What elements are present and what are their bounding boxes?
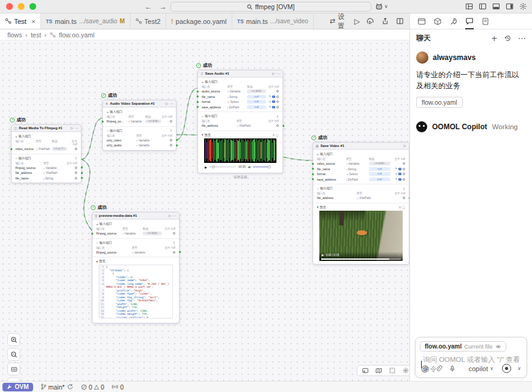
video-progress[interactable]	[321, 258, 401, 260]
port-settings-icon[interactable]	[403, 168, 405, 170]
preview-menu-icon[interactable]: ≡	[398, 205, 401, 209]
settings-gear-icon[interactable]	[519, 2, 527, 10]
port-dot[interactable]	[102, 121, 104, 123]
customize-layout-icon[interactable]	[465, 2, 473, 10]
port-dot[interactable]	[312, 168, 314, 170]
port-actions[interactable]	[381, 197, 405, 199]
port-actions[interactable]	[60, 177, 77, 179]
nullable-checkbox[interactable]: ✓	[398, 173, 401, 175]
forward-icon[interactable]: →	[159, 2, 167, 11]
seek-knob[interactable]	[212, 165, 215, 168]
edge[interactable]	[82, 118, 102, 159]
video-preview[interactable]: ▶ 0:00 / 0:15 ⋮	[319, 211, 403, 261]
port-row[interactable]: save_address▸DirPathnull✎✓	[202, 105, 279, 110]
mic-icon[interactable]	[449, 365, 456, 372]
node-more-icon[interactable]: ⋯	[75, 126, 79, 130]
collapse-icon[interactable]: ▾	[202, 133, 203, 137]
forwarded-ports[interactable]: 0	[112, 383, 124, 391]
port-actions[interactable]: ✎✓	[390, 173, 406, 176]
nullable-checkbox[interactable]: ✓	[398, 178, 401, 181]
port-row[interactable]: file_address▢FilePath	[15, 170, 77, 176]
port-settings-icon[interactable]	[276, 90, 279, 92]
port-settings-icon[interactable]	[170, 144, 172, 146]
toggle-sidebar-icon[interactable]	[479, 2, 487, 10]
node-header[interactable]: ♫ Save Audio #1 ▷⋯	[198, 70, 283, 77]
split-editor-icon[interactable]	[396, 17, 404, 25]
port-actions[interactable]	[154, 144, 172, 146]
edit-icon[interactable]: ✎	[269, 95, 272, 98]
port-dot[interactable]	[197, 96, 199, 97]
port-value[interactable]: <已选择>	[145, 119, 161, 123]
port-value[interactable]: null	[247, 100, 265, 104]
volume-icon[interactable]	[248, 165, 251, 169]
seek-slider[interactable]	[209, 167, 236, 168]
rerun-icon[interactable]	[367, 17, 374, 25]
eye-icon[interactable]	[495, 344, 501, 350]
port-dot[interactable]	[81, 172, 83, 174]
window-controls[interactable]	[6, 3, 36, 10]
chat-input-box[interactable]: flow.oo.yaml Current file 询问 OOMOL 或者输入 …	[415, 337, 527, 378]
play-icon[interactable]: ▶	[205, 165, 207, 169]
port-dot[interactable]	[312, 173, 314, 175]
port-row[interactable]: audio_source∞Variable<已选择>	[202, 89, 279, 94]
git-branch[interactable]: main*	[40, 383, 74, 391]
port-dot[interactable]	[176, 145, 178, 146]
port-settings-icon[interactable]	[170, 120, 172, 123]
port-row[interactable]: file_address▢FilePath	[317, 195, 405, 201]
port-row[interactable]: file_address▢FilePath	[202, 123, 279, 129]
node-save-audio[interactable]: ✓成功 ♫ Save Audio #1 ▷⋯ +输入端口 端口名类型数据允许 n…	[197, 70, 283, 173]
port-value[interactable]: <已设置>	[52, 147, 67, 151]
port-row[interactable]: format≔Selectnull✎✓	[317, 172, 405, 177]
chat-more-icon[interactable]: ⋯	[518, 34, 526, 43]
port-row[interactable]: ffmpeg_source∞Variable	[96, 250, 175, 255]
node-header[interactable]: ▤ Save Video #1 ▷	[313, 143, 409, 149]
volume-knob[interactable]	[268, 165, 271, 168]
port-settings-icon[interactable]	[403, 173, 405, 175]
port-dot[interactable]	[312, 178, 314, 180]
breadcrumb-flows[interactable]: flows	[7, 31, 22, 39]
port-actions[interactable]	[154, 251, 175, 254]
port-dot[interactable]	[81, 177, 83, 179]
send-button[interactable]	[502, 364, 511, 373]
toggle-secondary-sidebar-icon[interactable]	[506, 2, 514, 10]
port-row[interactable]: save_address▸DirPathnull✎✓	[317, 177, 405, 183]
problems-indicator[interactable]: 0 △ 0	[81, 383, 104, 391]
attachment-chip[interactable]: flow.oo.yaml	[416, 97, 463, 108]
port-row[interactable]: only_audio∞Variable	[107, 143, 172, 148]
edge[interactable]	[177, 88, 197, 140]
close-window-button[interactable]	[6, 3, 13, 10]
port-actions[interactable]: ✎✓	[266, 105, 279, 108]
port-settings-icon[interactable]	[276, 124, 279, 127]
port-value[interactable]: null	[369, 178, 390, 181]
port-dot[interactable]	[283, 125, 284, 127]
port-settings-icon[interactable]	[276, 106, 279, 108]
preview-panel-icon[interactable]	[417, 13, 426, 29]
port-settings-icon[interactable]	[173, 251, 175, 254]
expand-icon[interactable]: ▢	[276, 133, 279, 137]
port-row[interactable]: ffmpeg_source∞Variable<已选择>	[96, 231, 175, 236]
node-run-icon[interactable]: ▷	[70, 126, 73, 130]
expand-icon[interactable]: ▢	[402, 205, 405, 209]
port-value[interactable]: null	[247, 105, 265, 109]
play-icon[interactable]: ▶	[322, 254, 324, 257]
attach-icon[interactable]	[435, 365, 443, 372]
tab-test2[interactable]: Test2	[131, 13, 166, 29]
port-actions[interactable]: ✎✓	[266, 100, 279, 104]
port-settings-icon[interactable]	[276, 100, 279, 103]
collapse-icon[interactable]: ▾	[317, 205, 319, 209]
audio-player[interactable]: ▶ -00:55	[202, 164, 279, 171]
preview-menu-icon[interactable]: ≡	[272, 133, 275, 137]
port-actions[interactable]	[60, 172, 77, 174]
map-icon[interactable]	[375, 367, 382, 374]
port-row[interactable]: ffmpeg_source∞Variable	[15, 165, 77, 171]
breadcrumb-file[interactable]: flow.oo.yaml	[59, 31, 94, 39]
port-dot[interactable]	[197, 91, 199, 92]
selection-icon[interactable]	[389, 367, 396, 374]
port-value[interactable]: <已选择>	[369, 162, 390, 165]
port-actions[interactable]: ✎✓	[390, 167, 406, 170]
port-settings-icon[interactable]	[276, 96, 279, 98]
settings-toggle[interactable]: ⇄ 设置	[330, 13, 344, 29]
nullable-checkbox[interactable]: ✓	[272, 96, 275, 98]
port-settings-icon[interactable]	[75, 172, 77, 174]
minimize-window-button[interactable]	[18, 3, 25, 10]
